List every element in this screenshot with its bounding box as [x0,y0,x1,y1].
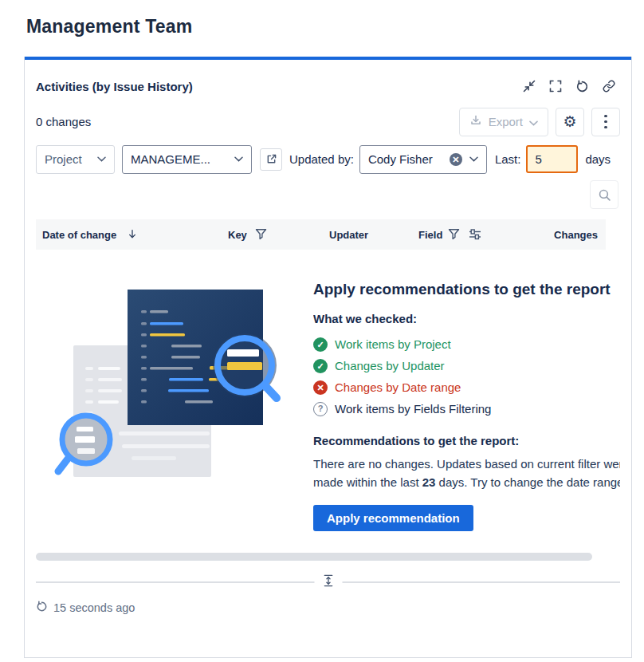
search-button[interactable] [590,180,618,209]
page: Management Team Activities (by Issue His… [0,0,644,662]
fullscreen-icon[interactable] [549,80,562,93]
horizontal-scrollbar[interactable] [36,553,592,561]
sort-desc-icon[interactable] [127,228,138,242]
filter-type-label: Project [45,152,82,166]
column-date-of-change[interactable]: Date of change [42,229,116,241]
column-updater[interactable]: Updater [329,229,368,241]
column-key[interactable]: Key [228,229,247,241]
filter-type-dropdown[interactable]: Project [36,145,115,174]
column-field[interactable]: Field [418,229,442,241]
collapse-icon[interactable] [523,80,536,93]
check-label: Work items by Fields Filtering [335,402,491,416]
table-header: Date of change Key Updater Field Changes [36,219,606,250]
chevron-down-icon [529,115,538,128]
chevron-down-icon [469,156,478,162]
check-success-icon: ✓ [313,337,328,352]
column-changes[interactable]: Changes [554,229,598,241]
settings-button[interactable]: ⚙ [556,108,584,136]
days-label: days [585,152,611,166]
gear-icon: ⚙ [563,114,576,129]
recommendation-text-line1: There are no changes. Updates based on c… [313,455,620,473]
kebab-icon [604,115,607,129]
export-label: Export [489,115,523,128]
project-value-dropdown[interactable]: MANAGEME... [122,145,252,174]
last-label: Last: [495,152,521,166]
check-label: Changes by Date range [335,380,461,394]
refresh-icon[interactable] [575,80,589,93]
project-value: MANAGEME... [131,152,210,166]
check-item: ✓ Changes by Updater [313,355,620,376]
check-label: Work items by Project [335,337,451,351]
resize-divider [36,581,620,582]
download-icon [469,114,482,129]
chevron-down-icon [97,156,106,162]
more-actions-button[interactable] [591,108,620,136]
panel-accent-bar [25,57,631,60]
check-question-icon: ? [313,402,328,416]
recommendations-title: Recommendations to get the report: [313,434,620,447]
check-error-icon: ✕ [313,380,328,395]
resize-handle-icon[interactable] [314,573,342,591]
changes-count: 0 changes [36,115,91,128]
link-icon[interactable] [603,80,615,93]
check-item: ✓ Work items by Project [313,333,620,355]
check-success-icon: ✓ [313,359,328,373]
chevron-down-icon [234,156,243,162]
search-icon [598,188,611,202]
updated-by-label: Updated by: [289,152,354,166]
check-item: ? Work items by Fields Filtering [313,398,620,420]
recommendation-days-value: 23 [422,475,436,489]
refresh-small-icon[interactable] [36,601,48,615]
last-updated-text: 15 seconds ago [53,601,135,614]
field-settings-icon[interactable] [469,228,481,242]
checks-list: ✓ Work items by Project ✓ Changes by Upd… [313,333,620,420]
clear-updater-icon[interactable]: ✕ [450,153,462,166]
recommendation-text-line2: made within the last 23 days. Try to cha… [313,473,620,491]
gadget-title: Activities (by Issue History) [36,80,193,93]
empty-state-illustration [36,276,313,531]
page-title: Management Team [26,16,644,37]
check-label: Changes by Updater [335,359,445,372]
last-days-input[interactable] [526,145,578,173]
open-project-button[interactable] [260,148,282,171]
export-button[interactable]: Export [459,108,548,136]
apply-recommendation-button[interactable]: Apply recommendation [313,505,473,531]
updater-dropdown[interactable]: Cody Fisher ✕ [359,145,487,174]
checked-title: What we checked: [313,312,620,325]
activities-gadget-panel: Activities (by Issue History) 0 changes … [24,57,632,658]
updater-value: Cody Fisher [368,152,433,166]
field-filter-icon[interactable] [448,228,460,242]
empty-state-heading: Apply recommendations to get the report [313,281,620,298]
check-item: ✕ Changes by Date range [313,376,620,398]
external-link-icon [266,154,277,164]
key-filter-icon[interactable] [255,228,267,242]
